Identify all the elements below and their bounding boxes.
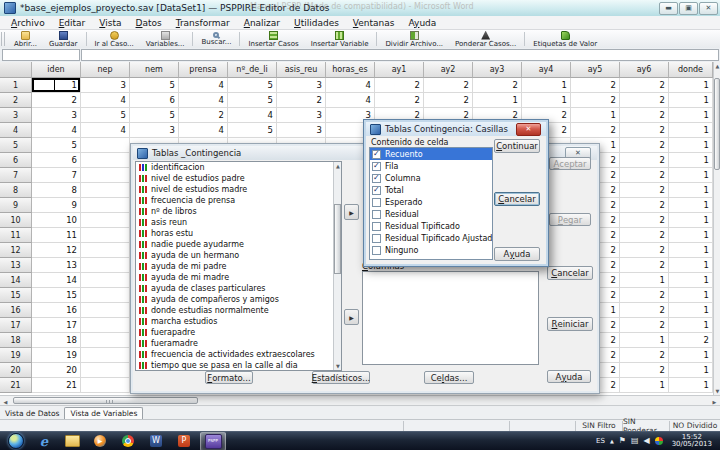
variable-asis-reun[interactable]: asis reun (136, 217, 341, 228)
variable-fueramadre[interactable]: fueramadre (136, 338, 341, 349)
row-header[interactable]: 10 (0, 213, 32, 228)
checkbox-residual-tipificado-ajustado[interactable] (372, 234, 381, 243)
cell-reference-box[interactable] (2, 49, 80, 61)
row-header[interactable]: 6 (0, 153, 32, 168)
cell-donde-3[interactable]: 1 (669, 108, 713, 123)
menu-transformar[interactable]: Transformar (169, 18, 237, 28)
cells-dialog-titlebar[interactable]: Tablas Contingencia: Casillas ✕ (366, 122, 546, 136)
menu-vista[interactable]: Vista (92, 18, 128, 28)
variable-nivel-de-estudios-madre[interactable]: nivel de estudios madre (136, 184, 341, 195)
cell-asis-reu-3[interactable]: 3 (277, 108, 326, 123)
action-center-flag-icon[interactable]: ⚑ (619, 437, 626, 445)
menu-editar[interactable]: Editar (52, 18, 93, 28)
cell-ay6-6[interactable]: 2 (620, 153, 669, 168)
row-header[interactable]: 21 (0, 378, 32, 393)
cell-donde-19[interactable]: 1 (669, 348, 713, 363)
variable-ayuda-de-un-hermano[interactable]: ayuda de un hermano (136, 250, 341, 261)
column-header-ay2[interactable]: ay2 (424, 62, 473, 78)
volume-icon[interactable]: ◀ (643, 437, 649, 445)
cell-option-total[interactable]: Total (370, 184, 492, 196)
vertical-scrollbar[interactable]: ▲ ▼ (713, 62, 720, 395)
variable-ayuda-de-mi-madre[interactable]: ayuda de mi madre (136, 272, 341, 283)
cell-nep-2[interactable]: 4 (81, 93, 130, 108)
cell-ay6-10[interactable]: 2 (620, 213, 669, 228)
cell-option-esperado[interactable]: Esperado (370, 196, 492, 208)
cell-donde-17[interactable]: 1 (669, 318, 713, 333)
cell-iden-5[interactable]: 5 (32, 138, 81, 153)
cell-ay6-21[interactable]: 1 (620, 378, 669, 393)
variable-horas-estu[interactable]: horas estu (136, 228, 341, 239)
cell-ay6-13[interactable]: 2 (620, 258, 669, 273)
cell-ay2-2[interactable]: 2 (424, 93, 473, 108)
cell-ay5-1[interactable]: 2 (571, 78, 620, 93)
cell-asis-reu-2[interactable]: 2 (277, 93, 326, 108)
reset-button[interactable]: Reiniciar (547, 317, 593, 331)
cell-nep-11[interactable] (81, 228, 130, 243)
toolbar-variables[interactable]: Variables... (140, 30, 191, 48)
cell-ay6-16[interactable]: 2 (620, 303, 669, 318)
cell-nep-4[interactable]: 4 (81, 123, 130, 138)
checkbox-ninguno[interactable] (372, 246, 381, 255)
cell-option-fila[interactable]: Fila (370, 160, 492, 172)
paste-button[interactable]: Pegar (549, 213, 591, 226)
cell-ay6-2[interactable]: 2 (620, 93, 669, 108)
cell-donde-21[interactable]: 1 (669, 378, 713, 393)
clock[interactable]: 15:5230/05/2013 (668, 434, 716, 448)
cell-ay6-7[interactable]: 2 (620, 168, 669, 183)
cell-donde-13[interactable]: 1 (669, 258, 713, 273)
cell-donde-11[interactable]: 1 (669, 228, 713, 243)
row-header[interactable]: 8 (0, 183, 32, 198)
cell-donde-8[interactable]: 1 (669, 183, 713, 198)
column-header-donde[interactable]: donde (669, 62, 713, 78)
variable-fuerapadre[interactable]: fuerapadre (136, 327, 341, 338)
row-header[interactable]: 9 (0, 198, 32, 213)
toolbar-ir-al-caso[interactable]: Ir al Caso... (89, 30, 140, 48)
variable-ayuda-de-compañeros-y-amigos[interactable]: ayuda de compañeros y amigos (136, 294, 341, 305)
cell-nem-3[interactable]: 5 (130, 108, 179, 123)
cell-donde-7[interactable]: 1 (669, 168, 713, 183)
cell-nep-21[interactable] (81, 378, 130, 393)
cell-horas-es-2[interactable]: 4 (326, 93, 375, 108)
row-header[interactable]: 2 (0, 93, 32, 108)
variable-nadie-puede-ayudarme[interactable]: nadie puede ayudarme (136, 239, 341, 250)
cell-option-columna[interactable]: Columna (370, 172, 492, 184)
tab-variable-view[interactable]: Vista de Variables (64, 407, 143, 419)
cell-nep-8[interactable] (81, 183, 130, 198)
move-to-rows-button[interactable]: ▶ (344, 204, 359, 220)
variable-ayuda-de-mi-padre[interactable]: ayuda de mi padre (136, 261, 341, 272)
cell-nep-19[interactable] (81, 348, 130, 363)
cell-iden-7[interactable]: 7 (32, 168, 81, 183)
antivirus-icon[interactable] (655, 437, 663, 445)
cell-ay6-3[interactable]: 2 (620, 108, 669, 123)
statistics-button[interactable]: Estadísticos... (312, 371, 370, 384)
row-header[interactable]: 7 (0, 168, 32, 183)
cell-ay5-2[interactable]: 2 (571, 93, 620, 108)
cell-ay6-8[interactable]: 2 (620, 183, 669, 198)
toolbar-insertar-casos[interactable]: Insertar Casos (242, 30, 304, 48)
column-header-asis-reu[interactable]: asis_reu (277, 62, 326, 78)
cell-donde-10[interactable]: 1 (669, 213, 713, 228)
cell-ay6-18[interactable]: 1 (620, 333, 669, 348)
checkbox-total[interactable] (372, 186, 381, 195)
cell-prensa-3[interactable]: 2 (179, 108, 228, 123)
cell-iden-16[interactable]: 16 (32, 303, 81, 318)
network-icon[interactable]: ▤ (631, 437, 639, 445)
columns-listbox[interactable] (362, 271, 539, 365)
variable-listbox[interactable]: identificacionnivel de estudios padreniv… (135, 161, 342, 371)
toolbar-insertar-variable[interactable]: Insertar Variable (305, 30, 375, 48)
row-header[interactable]: 20 (0, 363, 32, 378)
row-header[interactable]: 17 (0, 318, 32, 333)
cell-ay4-1[interactable]: 1 (522, 78, 571, 93)
cell-donde-1[interactable]: 1 (669, 78, 713, 93)
cell-nep-9[interactable] (81, 198, 130, 213)
taskbar-chrome[interactable] (116, 433, 140, 450)
checkbox-residual[interactable] (372, 210, 381, 219)
cell-nep-7[interactable] (81, 168, 130, 183)
cell-ay6-19[interactable]: 2 (620, 348, 669, 363)
cell-nep-13[interactable] (81, 258, 130, 273)
cell-iden-10[interactable]: 10 (32, 213, 81, 228)
cancel-button[interactable]: Cancelar (547, 266, 593, 280)
column-header-ay3[interactable]: ay3 (473, 62, 522, 78)
move-to-columns-button[interactable]: ▶ (344, 309, 359, 325)
taskbar-media-player[interactable]: ▶ (88, 433, 112, 450)
